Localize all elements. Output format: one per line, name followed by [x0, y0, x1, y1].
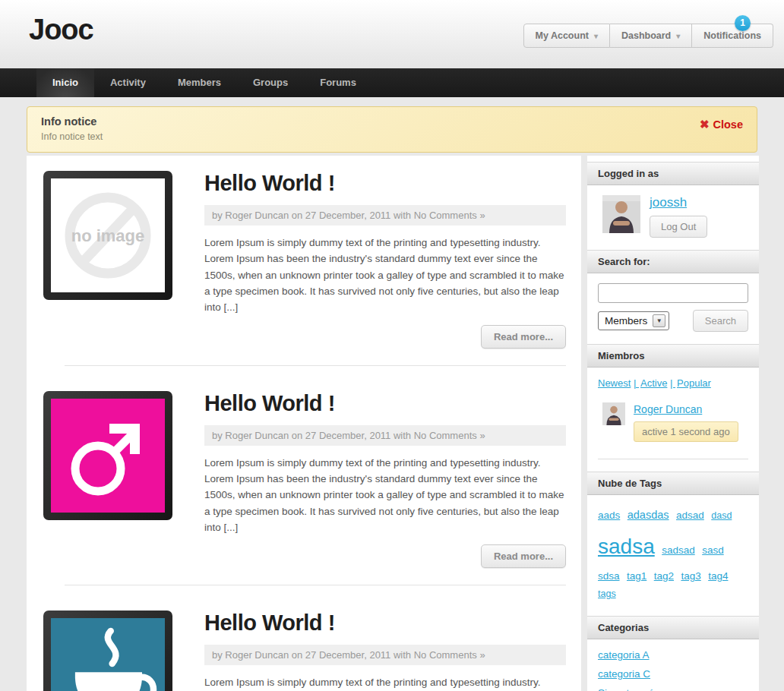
members-divider	[598, 459, 748, 459]
category-link[interactable]: categoria C	[598, 668, 748, 680]
post-content: Hello World ! by Roger Duncan on 27 Dece…	[204, 171, 566, 316]
user-avatar[interactable]	[602, 195, 640, 233]
close-icon: ✖	[700, 118, 710, 131]
nav-item-members[interactable]: Members	[162, 68, 237, 97]
tag-link[interactable]: dasd	[711, 510, 732, 521]
members-header: Miembros	[587, 344, 759, 368]
info-notice: Info notice Info notice text ✖ Close	[27, 106, 757, 153]
notice-title: Info notice	[41, 115, 743, 128]
notification-count-badge: 1	[735, 15, 751, 31]
search-button[interactable]: Search	[693, 310, 748, 332]
sidebar: Logged in as joossh Log Out Search for: …	[587, 156, 759, 691]
search-input[interactable]	[598, 283, 748, 303]
notice-close-button[interactable]: ✖ Close	[700, 118, 743, 131]
tag-link[interactable]: tags	[598, 588, 616, 599]
member-name-link[interactable]: Roger Duncan	[634, 403, 702, 415]
my-account-label: My Account	[536, 30, 589, 41]
no-image-placeholder: no image	[51, 178, 165, 292]
filter-popular[interactable]: Popular	[670, 377, 711, 389]
tag-link[interactable]: tag3	[681, 570, 700, 582]
tag-link[interactable]: aads	[598, 510, 620, 521]
post-title[interactable]: Hello World !	[204, 391, 566, 416]
posts-column: no image Hello World ! by Roger Duncan o…	[27, 156, 581, 691]
header-button-group: My Account ▾ Dashboard ▾ Notifications 1	[523, 24, 773, 48]
coffee-cup-icon	[51, 618, 165, 691]
post-thumbnail[interactable]: no image	[43, 171, 172, 300]
site-header: Jooc My Account ▾ Dashboard ▾ Notificati…	[0, 0, 784, 68]
search-type-select[interactable]: Members ▼	[598, 311, 669, 330]
logged-in-header: Logged in as	[587, 162, 759, 185]
post-title[interactable]: Hello World !	[204, 611, 566, 636]
no-image-icon: no image	[51, 178, 165, 292]
no-image-label: no image	[71, 226, 145, 245]
username-link[interactable]: joossh	[650, 195, 687, 210]
post-content: Hello World ! by Roger Duncan on 27 Dece…	[204, 611, 566, 691]
categories-header: Categorias	[587, 616, 759, 639]
member-avatar[interactable]	[602, 402, 625, 425]
tag-link[interactable]: adasdas	[628, 509, 669, 521]
tag-link[interactable]: sdsa	[598, 570, 620, 582]
post-thumbnail[interactable]	[43, 391, 172, 520]
dashboard-button[interactable]: Dashboard ▾	[610, 24, 692, 48]
post-divider	[65, 585, 566, 585]
read-more-button[interactable]: Read more...	[481, 325, 566, 349]
filter-newest[interactable]: Newest	[598, 377, 631, 389]
filter-active[interactable]: Active	[634, 377, 667, 389]
member-activity-badge: active 1 second ago	[634, 421, 738, 442]
post-meta: by Roger Duncan on 27 December, 2011 wit…	[204, 645, 566, 665]
my-account-button[interactable]: My Account ▾	[523, 24, 610, 48]
post-excerpt: Lorem Ipsum is simply dummy text of the …	[204, 235, 566, 316]
read-more-button[interactable]: Read more...	[481, 544, 566, 568]
male-symbol-icon	[51, 399, 165, 513]
member-filters: Newest Active Popular	[598, 377, 748, 389]
chevron-down-icon: ▾	[594, 32, 598, 40]
blog-post: no image Hello World ! by Roger Duncan o…	[27, 156, 581, 349]
logged-in-body: joossh Log Out	[587, 185, 759, 250]
coffee-cup-thumbnail	[51, 618, 165, 691]
nav-item-activity[interactable]: Activity	[94, 68, 162, 97]
tag-link[interactable]: sadsa	[598, 535, 655, 558]
tag-cloud-body: aads adasdas adsad dasd sadsa sadsad sas…	[587, 495, 759, 616]
post-meta: by Roger Duncan on 27 December, 2011 wit…	[204, 205, 566, 226]
tag-link[interactable]: sasd	[702, 544, 724, 556]
post-excerpt: Lorem Ipsum is simply dummy text of the …	[204, 674, 566, 691]
male-symbol-thumbnail	[51, 399, 165, 513]
nav-item-inicio[interactable]: Inicio	[36, 68, 94, 97]
tag-link[interactable]: sadsad	[662, 544, 695, 556]
post-content: Hello World ! by Roger Duncan on 27 Dece…	[204, 391, 566, 536]
member-list-item: Roger Duncan active 1 second ago	[598, 402, 748, 442]
tag-link[interactable]: tag4	[708, 570, 728, 582]
search-body: Members ▼ Search	[587, 273, 759, 344]
nav-item-forums[interactable]: Forums	[304, 68, 372, 97]
tag-link[interactable]: tag2	[654, 570, 674, 582]
nav-item-groups[interactable]: Groups	[237, 68, 304, 97]
members-body: Newest Active Popular Roger Duncan activ…	[587, 368, 759, 472]
post-excerpt: Lorem Ipsum is simply dummy text of the …	[204, 455, 566, 536]
tag-cloud-header: Nube de Tags	[587, 472, 759, 495]
search-type-value: Members	[605, 315, 647, 327]
logout-button[interactable]: Log Out	[650, 216, 707, 238]
select-dropdown-icon: ▼	[653, 314, 665, 327]
main-nav: Inicio Activity Members Groups Forums	[0, 68, 784, 97]
post-divider	[65, 365, 566, 366]
tag-link[interactable]: tag1	[627, 570, 646, 582]
blog-post: Hello World ! by Roger Duncan on 27 Dece…	[27, 595, 581, 691]
dashboard-label: Dashboard	[621, 30, 671, 41]
categories-body: categoria A categoria C Sin categoría	[587, 639, 759, 691]
post-thumbnail[interactable]	[43, 611, 172, 691]
notice-close-label: Close	[713, 118, 744, 131]
site-logo: Jooc	[29, 14, 93, 46]
blog-post: Hello World ! by Roger Duncan on 27 Dece…	[27, 376, 581, 569]
notifications-button[interactable]: Notifications	[692, 24, 773, 48]
category-link[interactable]: Sin categoría	[598, 687, 748, 691]
search-header: Search for:	[587, 250, 759, 273]
notifications-label: Notifications	[703, 30, 761, 41]
notice-text: Info notice text	[41, 131, 743, 142]
category-link[interactable]: categoria A	[598, 649, 748, 661]
tag-link[interactable]: adsad	[676, 510, 704, 521]
post-meta: by Roger Duncan on 27 December, 2011 wit…	[204, 425, 566, 446]
chevron-down-icon: ▾	[676, 32, 680, 40]
post-title[interactable]: Hello World !	[204, 171, 566, 196]
